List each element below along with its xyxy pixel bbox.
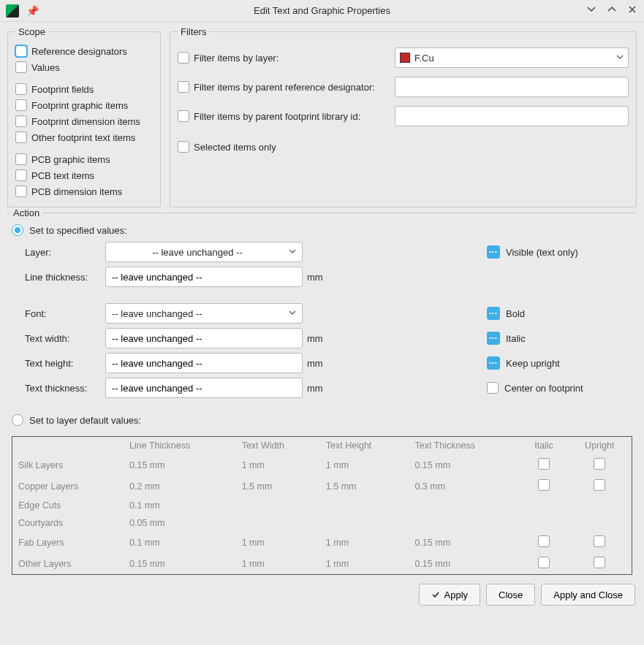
filters-legend: Filters <box>178 26 209 37</box>
scope-checkbox[interactable] <box>15 169 27 181</box>
defaults-table: Line ThicknessText WidthText HeightText … <box>12 436 632 575</box>
table-row: Other Layers0.15 mm1 mm1 mm0.15 mm <box>12 553 632 575</box>
layer-select[interactable]: F.Cu <box>395 47 629 68</box>
table-cell: 0.15 mm <box>409 532 520 553</box>
scope-checkbox[interactable] <box>15 99 27 111</box>
scope-item-label: PCB graphic items <box>31 154 110 165</box>
scope-checkbox[interactable] <box>15 186 27 197</box>
scope-checkbox[interactable] <box>15 153 27 165</box>
text-thickness-label: Text thickness: <box>25 383 105 394</box>
scope-item-label: Reference designators <box>31 46 127 57</box>
set-specified-radio[interactable] <box>12 224 23 236</box>
defaults-italic-checkbox[interactable] <box>538 535 550 547</box>
visible-tristate[interactable] <box>487 245 500 259</box>
text-thickness-input[interactable] <box>105 378 303 398</box>
filter-by-libid-input[interactable] <box>395 106 629 126</box>
close-label: Close <box>499 589 523 600</box>
layer-select-value: F.Cu <box>414 53 612 64</box>
table-cell: 0.3 mm <box>409 476 520 497</box>
italic-tristate[interactable] <box>487 332 500 345</box>
scope-item-label: Footprint graphic items <box>31 100 128 111</box>
filter-by-refdes-label: Filter items by parent reference designa… <box>194 82 390 93</box>
scope-item-label: Values <box>31 62 60 73</box>
close-button[interactable]: Close <box>486 584 535 606</box>
filter-by-layer-checkbox[interactable] <box>178 52 189 64</box>
table-cell: Other Layers <box>12 553 124 575</box>
table-cell <box>568 454 632 476</box>
close-icon[interactable] <box>626 4 638 17</box>
scope-item-label: PCB text items <box>31 170 94 181</box>
table-cell <box>520 514 568 532</box>
table-cell <box>568 514 632 532</box>
filter-by-libid-checkbox[interactable] <box>178 110 189 122</box>
table-cell: 1.5 mm <box>320 476 409 497</box>
defaults-header: Italic <box>520 437 568 455</box>
scope-item-label: Other footprint text items <box>31 132 135 143</box>
table-row: Courtyards0.05 mm <box>12 514 632 532</box>
scope-item: PCB graphic items <box>15 151 153 167</box>
action-legend: Action <box>10 207 42 218</box>
scope-checkbox[interactable] <box>15 131 27 143</box>
chevron-down-icon <box>289 248 296 256</box>
titlebar: 📌 Edit Text and Graphic Properties <box>0 0 644 22</box>
scope-checkbox[interactable] <box>15 115 27 127</box>
table-row: Fab Layers0.1 mm1 mm1 mm0.15 mm <box>12 532 632 553</box>
scope-group: Scope Reference designatorsValuesFootpri… <box>7 26 161 207</box>
set-specified-label: Set to specified values: <box>29 225 127 236</box>
table-cell: 0.15 mm <box>124 454 236 476</box>
app-icon <box>6 4 19 18</box>
table-cell <box>568 553 632 575</box>
table-cell <box>520 497 568 514</box>
text-width-input[interactable] <box>105 328 303 348</box>
filters-group: Filters Filter items by layer: F.Cu Filt… <box>170 26 637 207</box>
text-width-unit: mm <box>303 333 326 344</box>
filter-by-refdes-checkbox[interactable] <box>178 81 189 93</box>
scope-checkbox[interactable] <box>15 83 27 95</box>
table-cell: 0.15 mm <box>124 553 236 575</box>
keep-upright-tristate[interactable] <box>487 356 500 370</box>
scope-checkbox[interactable] <box>15 45 27 57</box>
filter-by-refdes-input[interactable] <box>395 77 629 97</box>
text-height-input[interactable] <box>105 353 303 373</box>
defaults-italic-checkbox[interactable] <box>538 479 550 491</box>
table-cell: 1 mm <box>236 532 320 553</box>
table-cell: 1.5 mm <box>236 476 320 497</box>
chevron-down-icon <box>289 309 296 318</box>
selected-items-only-checkbox[interactable] <box>178 141 189 153</box>
defaults-header: Text Width <box>236 437 320 455</box>
layer-field-select[interactable]: -- leave unchanged -- <box>105 242 303 262</box>
apply-button[interactable]: Apply <box>419 584 481 606</box>
set-defaults-radio[interactable] <box>12 414 23 426</box>
pin-icon[interactable]: 📌 <box>26 5 39 17</box>
minimize-icon[interactable] <box>586 4 597 17</box>
defaults-upright-checkbox[interactable] <box>594 557 605 568</box>
table-cell <box>520 532 568 553</box>
table-cell: 1 mm <box>320 532 409 553</box>
scope-item-label: Footprint dimension items <box>31 116 140 127</box>
center-on-footprint-checkbox[interactable] <box>487 382 499 394</box>
table-cell <box>568 532 632 553</box>
scope-item: Reference designators <box>15 43 153 59</box>
defaults-upright-checkbox[interactable] <box>594 535 605 547</box>
defaults-italic-checkbox[interactable] <box>538 458 550 470</box>
table-row: Edge Cuts0.1 mm <box>12 497 632 514</box>
table-cell <box>320 497 409 514</box>
table-cell <box>568 476 632 497</box>
set-defaults-label: Set to layer default values: <box>29 415 141 426</box>
bold-tristate[interactable] <box>487 307 500 320</box>
apply-and-close-button[interactable]: Apply and Close <box>541 584 635 606</box>
table-cell <box>409 514 520 532</box>
font-select-value: -- leave unchanged -- <box>112 308 202 319</box>
filter-by-libid-label: Filter items by parent footprint library… <box>194 111 390 122</box>
defaults-upright-checkbox[interactable] <box>594 458 605 470</box>
scope-item: Footprint dimension items <box>15 113 153 129</box>
line-thickness-input[interactable] <box>105 267 303 287</box>
font-select[interactable]: -- leave unchanged -- <box>105 303 303 324</box>
defaults-upright-checkbox[interactable] <box>594 479 605 491</box>
filter-by-layer-label: Filter items by layer: <box>194 53 390 64</box>
scope-checkbox[interactable] <box>15 61 27 73</box>
maximize-icon[interactable] <box>606 4 618 17</box>
defaults-italic-checkbox[interactable] <box>538 557 550 568</box>
apply-and-close-label: Apply and Close <box>553 589 623 600</box>
scope-item: Other footprint text items <box>15 129 153 145</box>
